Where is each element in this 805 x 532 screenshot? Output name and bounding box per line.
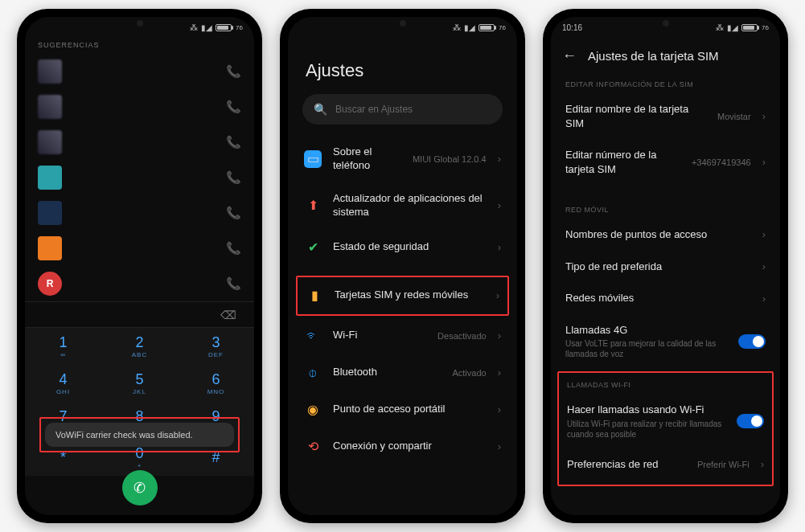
contact-row[interactable]: 📞 [38,160,241,195]
section-label: RED MÓVIL [551,198,780,219]
battery-percent: 76 [236,24,243,31]
row-edit-name[interactable]: Editar nombre de la tarjeta SIM Movistar… [551,93,780,139]
chevron-right-icon: › [761,458,764,470]
chevron-right-icon: › [498,329,501,342]
suggestions-label: SUGERENCIAS [25,36,254,54]
chevron-right-icon: › [498,241,501,253]
search-placeholder: Buscar en Ajustes [335,104,413,115]
phone-icon[interactable]: 📞 [226,241,241,256]
chevron-right-icon: › [498,153,501,165]
phone-icon[interactable]: 📞 [226,100,241,114]
contact-list: 📞 📞 📞 📞 📞 📞 R📞 [25,54,254,301]
backspace-icon[interactable]: ⌫ [220,309,236,321]
camera-notch [400,20,406,27]
bluetooth-icon: ⁂ [190,23,198,32]
settings-item-sim[interactable]: ▮ Tarjetas SIM y redes móviles › [298,277,507,314]
camera-notch [137,20,143,27]
toggle-wificall[interactable] [737,414,764,428]
phone-icon[interactable]: 📞 [226,206,241,220]
avatar: R [38,272,62,296]
battery-icon [478,24,495,31]
contact-row[interactable]: 📞 [38,54,241,89]
avatar [38,59,62,84]
settings-item-about[interactable]: ▭ Sobre el teléfono MIUI Global 12.0.4 › [288,136,517,182]
row-netpref[interactable]: Preferencias de red Preferir Wi-Fi › [559,448,772,481]
key-3[interactable]: 3DEF [178,328,254,365]
page-title: Ajustes [288,36,517,94]
phone-icon[interactable]: 📞 [226,135,241,149]
row-apn[interactable]: Nombres de puntos de acceso › [551,219,780,251]
chevron-right-icon: › [498,366,501,379]
row-wificall[interactable]: Hacer llamadas usando Wi-Fi Utiliza Wi-F… [559,394,772,448]
dial-button[interactable]: ✆ [122,470,158,505]
phone-icon[interactable]: 📞 [226,64,241,79]
chevron-right-icon: › [496,289,499,301]
phone-icon[interactable]: 📞 [226,276,241,291]
signal-icon: ▮◢ [727,23,738,32]
chevron-right-icon: › [762,228,766,240]
settings-item-security[interactable]: ✔ Estado de seguridad › [288,229,517,266]
key-2[interactable]: 2ABC [101,328,178,365]
chevron-right-icon: › [498,440,501,452]
avatar [38,95,62,119]
bluetooth-icon: ⁂ [716,23,724,32]
toggle-volte[interactable] [738,334,766,349]
bluetooth-icon: ⁂ [453,23,461,32]
battery-icon [216,24,232,31]
phone-icon[interactable]: 📞 [226,170,241,185]
contact-row[interactable]: 📞 [38,125,241,160]
avatar [38,236,62,260]
settings-item-hotspot[interactable]: ◉ Punto de acceso portátil › [288,391,517,428]
key-1[interactable]: 1∞ [25,328,101,365]
chevron-right-icon: › [762,110,766,122]
chevron-right-icon: › [498,403,501,415]
section-label: EDITAR INFORMACIÓN DE LA SIM [551,72,780,93]
dialer-top: ⌫ [25,301,254,327]
toast-message: VoWiFi carrier check was disabled. [45,423,234,447]
settings-item-wifi[interactable]: ᯤ Wi-Fi Desactivado › [288,317,517,354]
chevron-right-icon: › [762,293,766,305]
contact-row[interactable]: R📞 [38,266,241,301]
phone-settings: ⁂ ▮◢ 76 Ajustes 🔍 Buscar en Ajustes ▭ So… [280,9,525,523]
sim-icon: ▮ [306,287,323,305]
chevron-right-icon: › [762,156,766,168]
camera-notch [663,20,669,27]
signal-icon: ▮◢ [201,23,212,32]
settings-item-share[interactable]: ⟲ Conexión y compartir › [288,428,517,465]
row-mobnet[interactable]: Redes móviles › [551,282,780,314]
key-6[interactable]: 6MNO [178,365,254,402]
row-volte[interactable]: Llamadas 4G Usar VoLTE para mejorar la c… [551,314,780,369]
row-nettype[interactable]: Tipo de red preferida › [551,251,780,283]
header: ← Ajustes de la tarjeta SIM [551,36,780,72]
search-icon: 🔍 [314,103,327,116]
phone-sim-settings: 10:16 ⁂ ▮◢ 76 ← Ajustes de la tarjeta SI… [543,9,788,523]
share-icon: ⟲ [304,438,322,456]
phone-icon: ✆ [133,479,146,497]
chevron-right-icon: › [498,199,501,211]
avatar [38,201,62,225]
settings-item-updater[interactable]: ⬆ Actualizador de aplicaciones del siste… [288,182,517,229]
settings-item-bluetooth[interactable]: ⌽ Bluetooth Activado › [288,354,517,391]
battery-percent: 76 [499,24,506,31]
key-4[interactable]: 4GHI [25,365,101,402]
contact-row[interactable]: 📞 [38,195,241,231]
key-5[interactable]: 5JKL [101,365,178,402]
signal-icon: ▮◢ [464,23,475,32]
contact-row[interactable]: 📞 [38,89,241,125]
section-label: LLAMADAS WI-FI [559,373,772,394]
wifi-icon: ᯤ [304,327,322,345]
status-time: 10:16 [562,23,582,32]
avatar [38,166,62,190]
row-edit-number[interactable]: Editar número de la tarjeta SIM +3469741… [551,139,780,185]
search-input[interactable]: 🔍 Buscar en Ajustes [302,94,503,125]
back-button[interactable]: ← [562,47,577,64]
battery-percent: 76 [762,24,769,31]
contact-row[interactable]: 📞 [38,231,241,266]
chevron-right-icon: › [762,260,766,272]
update-icon: ⬆ [304,197,322,215]
avatar [38,130,62,154]
highlight-box: LLAMADAS WI-FI Hacer llamadas usando Wi-… [557,371,774,486]
hotspot-icon: ◉ [304,401,322,419]
keypad: 1∞ 2ABC 3DEF 4GHI 5JKL 6MNO 7PQRS 8TUV 9… [25,327,254,476]
bluetooth-icon: ⌽ [304,364,322,382]
